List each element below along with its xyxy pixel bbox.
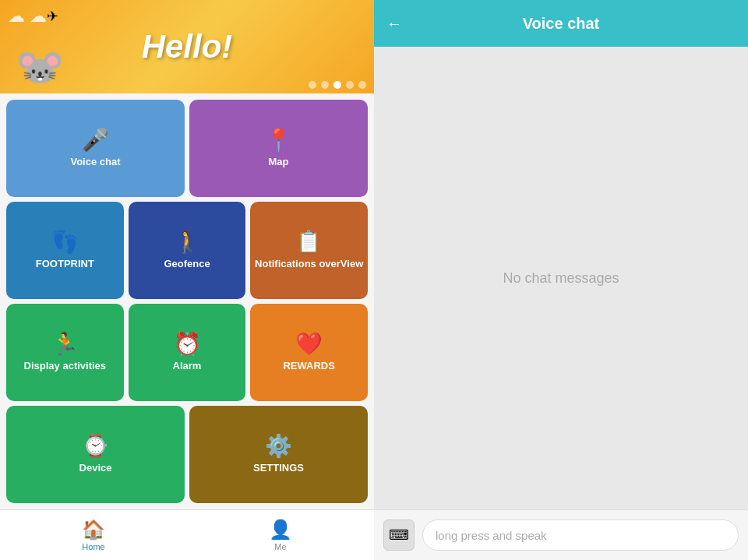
dot-2 — [321, 81, 329, 89]
map-tile[interactable]: 📍 Map — [189, 100, 368, 197]
settings-label: SETTINGS — [253, 462, 304, 474]
home-icon: 🏠 — [82, 519, 105, 541]
footprint-tile[interactable]: 👣 FOOTPRINT — [6, 202, 124, 299]
rewards-label: REWARDS — [283, 360, 334, 372]
voice-chat-title: Voice chat — [523, 15, 600, 33]
geofence-tile[interactable]: 🚶 Geofence — [129, 202, 246, 299]
device-tile[interactable]: ⌚ Device — [6, 406, 185, 503]
speak-input[interactable]: long press and speak — [422, 519, 739, 551]
grid-row-4: ⌚ Device ⚙️ SETTINGS — [6, 406, 368, 503]
map-label: Map — [269, 156, 289, 168]
dot-4 — [346, 81, 354, 89]
device-label: Device — [79, 462, 112, 474]
left-panel: ✈ ☁ ☁ 🐭 Hello! 🎤 Voice chat 📍 Map — [0, 0, 374, 560]
back-arrow-icon[interactable]: ← — [386, 15, 402, 33]
alarm-tile[interactable]: ⏰ Alarm — [129, 304, 246, 401]
grid-area: 🎤 Voice chat 📍 Map 👣 FOOTPRINT 🚶 Geofenc… — [0, 93, 374, 509]
chat-input-area: ⌨ long press and speak — [374, 509, 748, 560]
microphone-icon: 🎤 — [82, 129, 109, 151]
nav-me[interactable]: 👤 Me — [187, 510, 374, 560]
voice-chat-header: ← Voice chat — [374, 0, 748, 47]
right-panel: ← Voice chat No chat messages ⌨ long pre… — [374, 0, 748, 560]
rewards-tile[interactable]: ❤️ REWARDS — [250, 304, 368, 401]
notifications-icon: 📋 — [295, 231, 323, 253]
notifications-label: Notifications overView — [255, 258, 363, 270]
mascot-icon: 🐭 — [16, 44, 64, 90]
rewards-icon: ❤️ — [295, 333, 323, 355]
device-icon: ⌚ — [82, 435, 109, 457]
dot-3-active — [333, 81, 341, 89]
activity-icon: 🏃 — [51, 333, 79, 355]
alarm-icon: ⏰ — [174, 333, 201, 355]
nav-home[interactable]: 🏠 Home — [0, 510, 187, 560]
me-nav-label: Me — [274, 542, 286, 551]
voice-chat-tile[interactable]: 🎤 Voice chat — [6, 100, 185, 197]
grid-row-2: 👣 FOOTPRINT 🚶 Geofence 📋 Notifications o… — [6, 202, 368, 299]
plane-icon: ✈ — [47, 8, 58, 25]
map-pin-icon: 📍 — [265, 129, 292, 151]
hero-banner: ✈ ☁ ☁ 🐭 Hello! — [0, 0, 374, 93]
dot-1 — [309, 81, 316, 89]
hello-text: Hello! — [142, 28, 233, 65]
banner-dots — [309, 81, 366, 89]
bottom-nav: 🏠 Home 👤 Me — [0, 509, 374, 560]
display-activities-tile[interactable]: 🏃 Display activities — [6, 304, 124, 401]
alarm-label: Alarm — [173, 360, 202, 372]
cloud-icon: ☁ ☁ — [8, 6, 47, 26]
dot-5 — [358, 81, 366, 89]
notifications-tile[interactable]: 📋 Notifications overView — [250, 202, 368, 299]
home-nav-label: Home — [82, 542, 104, 551]
geofence-label: Geofence — [164, 258, 210, 270]
keyboard-icon: ⌨ — [389, 527, 409, 544]
grid-row-1: 🎤 Voice chat 📍 Map — [6, 100, 368, 197]
chat-area: No chat messages — [374, 47, 748, 509]
grid-row-3: 🏃 Display activities ⏰ Alarm ❤️ REWARDS — [6, 304, 368, 401]
display-label: Display activities — [24, 360, 107, 372]
voice-chat-label: Voice chat — [70, 156, 120, 168]
no-messages-text: No chat messages — [503, 270, 619, 287]
me-icon: 👤 — [269, 519, 292, 541]
footprint-icon: 👣 — [51, 231, 79, 253]
footprint-label: FOOTPRINT — [36, 258, 94, 270]
geofence-icon: 🚶 — [174, 231, 201, 253]
settings-tile[interactable]: ⚙️ SETTINGS — [189, 406, 368, 503]
keyboard-button[interactable]: ⌨ — [383, 519, 415, 551]
settings-icon: ⚙️ — [265, 435, 292, 457]
speak-placeholder: long press and speak — [436, 529, 547, 542]
